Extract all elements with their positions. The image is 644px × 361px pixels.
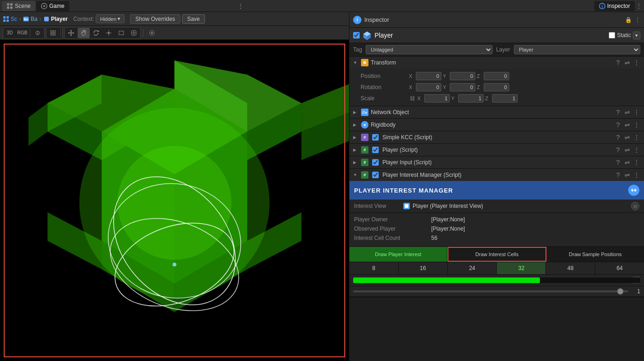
network-object-header[interactable]: ▶ Co Network Object ? ⇌ ⋮ <box>349 106 644 118</box>
player-input-help-icon[interactable]: ? <box>614 159 622 166</box>
ba-icon: Ba <box>23 16 29 22</box>
player-script-header[interactable]: ▶ # Player (Script) ? ⇌ ⋮ <box>349 144 644 156</box>
scale-y-input[interactable] <box>458 94 484 103</box>
tab-inspector[interactable]: i Inspector <box>594 1 635 11</box>
transform-settings-icon[interactable]: ⇌ <box>624 59 631 66</box>
tab-game[interactable]: Game <box>36 1 69 11</box>
rotation-y-input[interactable] <box>450 83 475 91</box>
player-input-enabled-checkbox[interactable] <box>372 159 379 166</box>
player-input-header[interactable]: ▶ # Player Input (Script) ? ⇌ ⋮ <box>349 156 644 168</box>
scale-label: Scale <box>361 95 407 102</box>
tool-rect-btn[interactable] <box>115 28 127 38</box>
bc-ba[interactable]: Ba <box>31 16 38 22</box>
inspector-more-icon[interactable]: ⋮ <box>635 17 640 23</box>
player-owner-value: [Player:None] <box>431 216 465 223</box>
rigidbody-more-icon[interactable]: ⋮ <box>633 121 640 129</box>
position-z-input[interactable] <box>484 72 509 80</box>
tool-extra-btn[interactable] <box>146 28 158 38</box>
tab-more-dots[interactable]: ⋮ <box>237 2 244 10</box>
player-script-enabled-checkbox[interactable] <box>372 147 379 153</box>
rigidbody-header[interactable]: ▶ ● Rigidbody ? ⇌ ⋮ <box>349 119 644 131</box>
tag-select[interactable]: Untagged <box>366 45 492 54</box>
save-button[interactable]: Save <box>182 14 205 24</box>
pos-z-label: Z <box>477 73 482 79</box>
tool-move-btn[interactable] <box>65 28 77 38</box>
slider-thumb[interactable] <box>617 288 624 295</box>
pim-component-header[interactable]: ▼ # Player Interest Manager (Script) ? ⇌… <box>349 169 644 181</box>
scale-z-input[interactable] <box>492 94 518 103</box>
layer-select[interactable]: Player <box>514 45 640 54</box>
tool-scale-btn[interactable] <box>103 28 115 38</box>
inspector-tab-dots[interactable]: ⋮ <box>636 2 642 10</box>
context-label: Context: <box>73 16 94 22</box>
number-8[interactable]: 8 <box>349 262 399 274</box>
rotation-z-input[interactable] <box>484 83 509 91</box>
tool-transform-btn[interactable] <box>128 28 140 38</box>
player-input-settings-icon[interactable]: ⇌ <box>624 159 631 166</box>
inspector-lock-icon[interactable]: 🔒 <box>625 17 632 23</box>
draw-sample-positions-button[interactable]: Draw Sample Positions <box>546 247 644 262</box>
rot-x-label: X <box>409 84 414 90</box>
inspector-tab-icon: i <box>599 3 605 9</box>
pim-enabled-checkbox[interactable] <box>372 172 379 178</box>
draw-interest-cells-button[interactable]: Draw Interest Cells <box>447 247 547 262</box>
transform-more-icon[interactable]: ⋮ <box>633 59 640 66</box>
number-32[interactable]: 32 <box>497 262 546 274</box>
network-obj-settings-icon[interactable]: ⇌ <box>624 109 631 116</box>
number-24[interactable]: 24 <box>448 262 497 274</box>
pim-more-icon[interactable]: ⋮ <box>633 171 640 179</box>
slider-track[interactable] <box>353 290 628 292</box>
pim-settings-icon[interactable]: ⇌ <box>624 171 631 179</box>
transform-header[interactable]: ▼ ⊕ Transform ? ⇌ ⋮ <box>349 57 644 69</box>
network-obj-more-icon[interactable]: ⋮ <box>633 109 640 116</box>
rigidbody-help-icon[interactable]: ? <box>614 121 622 129</box>
number-64[interactable]: 64 <box>595 262 644 274</box>
position-y-input[interactable] <box>450 72 475 80</box>
pim-help-icon[interactable]: ? <box>614 171 622 179</box>
tool-3d-toggle[interactable]: 3D <box>4 28 16 38</box>
scene-viewport[interactable] <box>0 40 349 361</box>
tool-grid-btn[interactable] <box>47 28 59 38</box>
player-script-help-icon[interactable]: ? <box>614 146 622 154</box>
player-input-more-icon[interactable]: ⋮ <box>633 159 640 166</box>
object-name[interactable]: Player <box>375 32 606 39</box>
simple-kcc-header[interactable]: ▶ # Simple KCC (Script) ? ⇌ ⋮ <box>349 131 644 143</box>
network-object-actions: ? ⇌ ⋮ <box>614 109 640 116</box>
object-header: Player Static ▾ <box>349 28 644 43</box>
tool-gizmos-btn[interactable] <box>32 28 44 38</box>
svg-marker-21 <box>70 30 72 31</box>
observed-player-row: Observed Player [Player:None] <box>354 224 639 233</box>
show-overrides-button[interactable]: Show Overrides <box>130 14 180 24</box>
tool-hand-btn[interactable] <box>78 28 90 38</box>
scale-link-icon[interactable]: ⛓ <box>410 96 415 101</box>
draw-player-interest-button[interactable]: Draw Player Interest <box>349 247 447 262</box>
pim-component-actions: ? ⇌ ⋮ <box>614 171 640 179</box>
rigidbody-settings-icon[interactable]: ⇌ <box>624 121 631 129</box>
network-obj-help-icon[interactable]: ? <box>614 109 622 116</box>
transform-help-icon[interactable]: ? <box>614 59 622 66</box>
number-16[interactable]: 16 <box>399 262 448 274</box>
player-script-more-icon[interactable]: ⋮ <box>633 146 640 154</box>
scale-x-input[interactable] <box>424 94 450 103</box>
simple-kcc-settings-icon[interactable]: ⇌ <box>624 134 631 141</box>
tab-scene[interactable]: Scene <box>2 1 35 11</box>
position-x-input[interactable] <box>416 72 441 80</box>
number-48[interactable]: 48 <box>546 262 595 274</box>
context-dropdown-btn[interactable]: Hidden ▾ <box>96 14 125 23</box>
static-dropdown[interactable]: ▾ <box>633 32 640 39</box>
simple-kcc-help-icon[interactable]: ? <box>614 134 622 141</box>
rotation-x-input[interactable] <box>416 83 441 91</box>
gizmos-icon <box>35 30 40 36</box>
object-cube-icon <box>362 31 372 40</box>
object-enabled-checkbox[interactable] <box>353 32 360 39</box>
simple-kcc-enabled-checkbox[interactable] <box>372 134 379 141</box>
static-checkbox[interactable] <box>609 32 615 39</box>
tool-rotate-btn[interactable] <box>90 28 102 38</box>
interest-view-target-btn[interactable]: ⊙ <box>631 202 639 210</box>
simple-kcc-more-icon[interactable]: ⋮ <box>633 134 640 141</box>
bc-sc[interactable]: Sc <box>11 16 17 22</box>
bc-player[interactable]: Player <box>51 16 68 22</box>
scale-y-label: Y <box>451 96 457 101</box>
tool-rgb-toggle[interactable]: RGB <box>16 28 28 38</box>
player-script-settings-icon[interactable]: ⇌ <box>624 146 631 154</box>
